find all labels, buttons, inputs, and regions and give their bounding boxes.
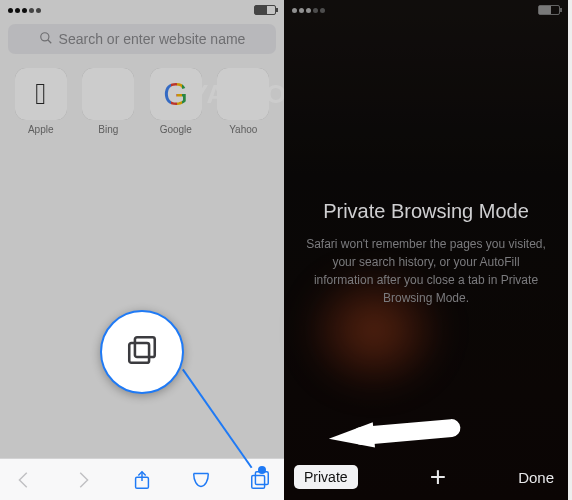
svg-line-8 bbox=[361, 387, 451, 477]
favorite-bing[interactable]: b Bing bbox=[78, 68, 140, 135]
forward-button[interactable] bbox=[71, 468, 95, 492]
battery-icon bbox=[538, 5, 560, 15]
favorite-yahoo[interactable]: YAHOO! Yahoo bbox=[213, 68, 275, 135]
tabs-icon bbox=[125, 333, 159, 371]
svg-rect-7 bbox=[252, 475, 265, 488]
favorite-apple[interactable]:  Apple bbox=[10, 68, 72, 135]
favorite-label: Yahoo bbox=[213, 124, 275, 135]
bottom-toolbar bbox=[0, 458, 284, 500]
favorite-label: Bing bbox=[78, 124, 140, 135]
screenshot-left-safari-start: Search or enter website name  Apple b B… bbox=[0, 0, 284, 500]
address-bar[interactable]: Search or enter website name bbox=[8, 24, 276, 54]
share-button[interactable] bbox=[130, 468, 154, 492]
callout-dot bbox=[258, 466, 266, 474]
battery-icon bbox=[254, 5, 276, 15]
yahoo-icon: YAHOO! bbox=[217, 68, 269, 120]
private-browsing-description: Safari won't remember the pages you visi… bbox=[302, 235, 550, 307]
favorite-label: Google bbox=[145, 124, 207, 135]
back-button[interactable] bbox=[12, 468, 36, 492]
favorites-row:  Apple b Bing G Google YAHOO! Yahoo bbox=[0, 62, 284, 141]
favorite-label: Apple bbox=[10, 124, 72, 135]
search-icon bbox=[39, 31, 53, 48]
address-bar-placeholder: Search or enter website name bbox=[59, 31, 246, 47]
svg-line-1 bbox=[47, 39, 51, 43]
callout-circle bbox=[100, 310, 184, 394]
signal-icon bbox=[292, 8, 325, 13]
bookmarks-button[interactable] bbox=[189, 468, 213, 492]
status-bar bbox=[284, 0, 568, 18]
private-browsing-title: Private Browsing Mode bbox=[302, 200, 550, 223]
svg-point-0 bbox=[40, 32, 48, 40]
callout-line bbox=[182, 369, 252, 468]
private-browsing-info: Private Browsing Mode Safari won't remem… bbox=[284, 200, 568, 307]
screenshot-right-private-mode: Private Browsing Mode Safari won't remem… bbox=[284, 0, 568, 500]
svg-rect-2 bbox=[135, 337, 155, 357]
svg-rect-3 bbox=[129, 343, 149, 363]
bing-icon: b bbox=[82, 68, 134, 120]
apple-icon:  bbox=[15, 68, 67, 120]
signal-icon bbox=[8, 8, 41, 13]
done-button[interactable]: Done bbox=[518, 469, 554, 486]
status-bar bbox=[0, 0, 284, 18]
